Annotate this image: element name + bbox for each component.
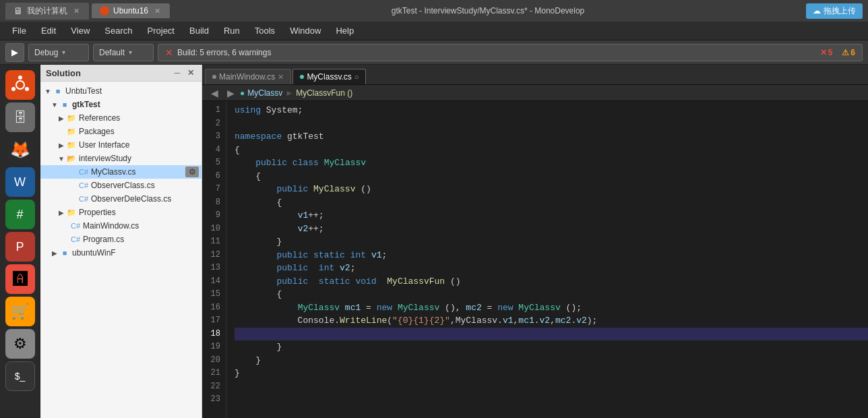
minimize-icon[interactable]: ─ bbox=[172, 67, 183, 78]
tree-item-myclassv[interactable]: C# MyClassv.cs ⚙ bbox=[40, 165, 202, 179]
tree-item-mainwindow[interactable]: C# MainWindow.cs bbox=[40, 219, 202, 233]
debug-label: Debug bbox=[34, 48, 58, 57]
code-line-23 bbox=[235, 393, 868, 407]
line-num-7: 7 bbox=[205, 183, 220, 196]
terminal-icon: $_ bbox=[15, 371, 26, 382]
debug-dropdown[interactable]: Debug ▾ bbox=[28, 44, 89, 61]
breadcrumb-method[interactable]: MyClassvFun () bbox=[296, 88, 352, 98]
menu-view[interactable]: View bbox=[64, 23, 96, 38]
impress-icon: P bbox=[16, 240, 24, 254]
sidebar-icon-writer[interactable]: W bbox=[5, 167, 35, 197]
menu-build[interactable]: Build bbox=[183, 23, 216, 38]
code-editor[interactable]: 1 2 3 4 5 6 7 8 9 10 11 12 13 14 15 16 1… bbox=[202, 101, 868, 418]
code-line-20: } bbox=[235, 354, 868, 367]
tree-item-user-interface[interactable]: ▶ 📁 User Interface bbox=[40, 138, 202, 152]
tree-item-unbtutest[interactable]: ▼ ■ UnbtuTest bbox=[40, 84, 202, 98]
app-sidebar: 🗄 🦊 W # P 🅰 🛒 ⚙ $_ bbox=[0, 65, 40, 418]
line-num-21: 21 bbox=[205, 367, 220, 380]
cs-file-icon-mainwindow: C# bbox=[70, 220, 81, 231]
tree-item-interviewstudy[interactable]: ▼ 📂 interviewStudy bbox=[40, 152, 202, 165]
line-num-22: 22 bbox=[205, 380, 220, 394]
line-num-12: 12 bbox=[205, 249, 220, 262]
solution-panel: Solution ─ ✕ ▼ ■ UnbtuTest ▼ ■ gtkTest ▶ bbox=[40, 65, 202, 418]
menu-run[interactable]: Run bbox=[217, 23, 247, 38]
sidebar-icon-ubuntu[interactable] bbox=[5, 70, 35, 100]
menu-tools[interactable]: Tools bbox=[248, 23, 282, 38]
tree-item-observerdeleclass[interactable]: C# ObserverDeleClass.cs bbox=[40, 192, 202, 206]
cs-file-icon-observerclass: C# bbox=[78, 180, 89, 191]
menu-edit[interactable]: Edit bbox=[34, 23, 63, 38]
editor-area: MainWindow.cs ✕ MyClassv.cs ○ ◀ ▶ ● MyCl… bbox=[202, 65, 868, 418]
menu-file[interactable]: File bbox=[5, 23, 33, 38]
cs-file-icon-myclassv: C# bbox=[78, 167, 89, 177]
settings-icon: ⚙ bbox=[13, 335, 27, 353]
tab-close-ubuntu16[interactable]: ✕ bbox=[152, 6, 162, 16]
menu-window[interactable]: Window bbox=[283, 23, 328, 38]
sidebar-icon-settings[interactable]: ⚙ bbox=[5, 329, 35, 359]
menu-help[interactable]: Help bbox=[329, 23, 361, 38]
tree-label-references: References bbox=[79, 113, 120, 123]
editor-tab-mainwindow-label: MainWindow.cs bbox=[219, 72, 275, 82]
sidebar-icon-files[interactable]: 🗄 bbox=[5, 102, 35, 132]
close-panel-icon[interactable]: ✕ bbox=[185, 67, 196, 78]
line-num-8: 8 bbox=[205, 196, 220, 210]
tree-label-ubuntuwinf: ubuntuWinF bbox=[72, 248, 116, 258]
editor-tab-mainwindow[interactable]: MainWindow.cs ✕ bbox=[205, 69, 291, 84]
svg-point-2 bbox=[18, 76, 22, 80]
tree-item-ubuntuwinf[interactable]: ▶ ■ ubuntuWinF bbox=[40, 246, 202, 260]
upload-label: 拖拽上传 bbox=[824, 5, 856, 17]
code-line-4: { bbox=[235, 144, 868, 157]
run-button[interactable]: ▶ bbox=[5, 43, 24, 62]
code-content[interactable]: using System; namespace gtkTest { public… bbox=[226, 101, 868, 418]
sidebar-icon-terminal[interactable]: $_ bbox=[5, 361, 35, 391]
chevron-down-icon: ▾ bbox=[62, 49, 65, 56]
file-options-icon[interactable]: ⚙ bbox=[185, 167, 199, 177]
nav-forward-icon[interactable]: ▶ bbox=[224, 86, 237, 100]
tree-item-properties[interactable]: ▶ 📁 Properties bbox=[40, 206, 202, 219]
tree-item-packages[interactable]: 📁 Packages bbox=[40, 125, 202, 138]
editor-tab-mainwindow-close[interactable]: ✕ bbox=[278, 73, 284, 82]
sidebar-icon-calc[interactable]: # bbox=[5, 200, 35, 229]
chevron-down-icon-2: ▾ bbox=[129, 49, 132, 56]
menu-project[interactable]: Project bbox=[141, 23, 181, 38]
line-num-2: 2 bbox=[205, 117, 220, 131]
line-num-14: 14 bbox=[205, 275, 220, 289]
code-line-15: { bbox=[235, 288, 868, 301]
sidebar-icon-amazon[interactable]: 🛒 bbox=[5, 297, 35, 326]
editor-tab-myclassv[interactable]: MyClassv.cs ○ bbox=[292, 69, 366, 84]
code-line-3: namespace gtkTest bbox=[235, 130, 868, 144]
upload-button[interactable]: ☁ 拖拽上传 bbox=[806, 3, 863, 19]
tree-item-gtktest[interactable]: ▼ ■ gtkTest bbox=[40, 98, 202, 111]
default-dropdown[interactable]: Default ▾ bbox=[93, 44, 154, 61]
files-icon: 🗄 bbox=[13, 110, 27, 125]
solution-header-icons: ─ ✕ bbox=[172, 67, 196, 78]
tab-close-my-computer[interactable]: ✕ bbox=[71, 6, 81, 16]
editor-tab-myclassv-close[interactable]: ○ bbox=[354, 73, 359, 81]
code-line-13: public int v2; bbox=[235, 262, 868, 275]
tree-label-unbtutest: UnbtuTest bbox=[65, 86, 102, 96]
error-icon: ✕ bbox=[165, 47, 173, 58]
code-line-6: { bbox=[235, 170, 868, 183]
nav-back-icon[interactable]: ◀ bbox=[208, 86, 221, 100]
tab-ubuntu16[interactable]: Ubuntu16 ✕ bbox=[92, 3, 170, 18]
code-line-7: public MyClassv () bbox=[235, 183, 868, 196]
tree-item-observerclass[interactable]: C# ObserverClass.cs bbox=[40, 179, 202, 192]
tab-icon bbox=[100, 6, 109, 16]
tree-item-references[interactable]: ▶ 📁 References bbox=[40, 111, 202, 125]
build-status-bar: ✕ Build: 5 errors, 6 warnings ✕ 5 ⚠ 6 bbox=[158, 44, 863, 61]
code-line-2 bbox=[235, 117, 868, 131]
menu-search[interactable]: Search bbox=[98, 23, 139, 38]
breadcrumb-class[interactable]: MyClassv bbox=[247, 88, 282, 98]
sidebar-icon-impress[interactable]: P bbox=[5, 232, 35, 262]
sidebar-icon-software[interactable]: 🅰 bbox=[5, 264, 35, 294]
tab-my-computer[interactable]: 🖥 我的计算机 ✕ bbox=[5, 3, 89, 20]
code-line-10: v2++; bbox=[235, 222, 868, 236]
tree-item-program[interactable]: C# Program.cs bbox=[40, 233, 202, 246]
tree-expand-gtktest: ▼ bbox=[50, 101, 59, 109]
sidebar-icon-firefox[interactable]: 🦊 bbox=[5, 135, 35, 165]
code-line-21: } bbox=[235, 367, 868, 380]
cs-file-icon-program: C# bbox=[70, 234, 81, 245]
svg-point-3 bbox=[25, 87, 29, 91]
error-count: 5 bbox=[828, 48, 833, 57]
code-line-8: { bbox=[235, 196, 868, 210]
